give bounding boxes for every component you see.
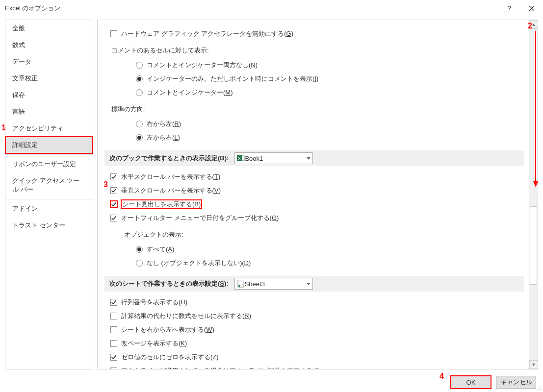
sheet-opt-1-row: 計算結果の代わりに数式をセルに表示する(R) [110,309,524,323]
sheet-opt-0-row: 行列番号を表示する(H) [110,295,524,309]
workbook-opt-0-row: 水平スクロール バーを表示する(T) [110,170,524,184]
sheet-opt-2-row: シートを右から左へ表示する(W) [110,323,524,337]
workbook-opt-0-checkbox[interactable] [110,173,117,180]
sheet-opt-2-label: シートを右から左へ表示する(W) [121,325,214,334]
direction-option-0-radio[interactable] [136,121,143,127]
ok-label: OK [466,379,476,386]
svg-rect-2 [242,156,244,161]
sheet-opt-2-checkbox[interactable] [110,326,117,333]
svg-point-7 [541,386,542,387]
sidebar-item-2[interactable]: データ [5,53,93,70]
options-panel: ハードウェア グラフィック アクセラレータを無効にする(G)コメントのあるセルに… [97,20,538,369]
objects-option-0-label: すべて(A) [147,245,174,254]
workbook-section-header: 次のブックで作業するときの表示設定(B):XBook1 [104,150,524,166]
workbook-opt-0-label: 水平スクロール バーを表示する(T) [121,172,220,181]
workbook-opt-3-label: オートフィルター メニューで日付をグループ化する(G) [121,214,279,222]
direction-group-label: 標準の方向: [111,105,145,114]
comment-option-0-radio[interactable] [136,62,143,69]
sidebar-item-1[interactable]: 数式 [5,37,93,53]
workbook-opt-1-label: 垂直スクロール バーを表示する(V) [121,186,221,195]
sheet-icon: x [237,280,245,288]
objects-option-1-row: なし (オブジェクトを表示しない)(D) [106,256,524,270]
chevron-down-icon [307,283,310,285]
sidebar-item-0[interactable]: 全般 [5,20,93,37]
workbook-opt-1-checkbox[interactable] [110,187,117,194]
sidebar-item-9[interactable]: クイック アクセス ツール バー [5,172,93,198]
sheet-dropdown-value: Sheet3 [245,280,265,288]
title-bar: Excel のオプション ? [0,0,543,17]
comment-option-1-radio[interactable] [136,75,143,82]
direction-option-0-label: 右から左(R) [147,120,181,128]
category-sidebar: 全般数式データ文章校正保存言語アクセシビリティ詳細設定リボンのユーザー設定クイッ… [5,20,93,369]
sheet-section-header: 次のシートで作業するときの表示設定(S):xSheet3 [104,276,524,292]
scrollbar-thumb[interactable] [530,206,537,285]
scroll-down-button[interactable]: ▼ [529,360,538,369]
sidebar-item-3[interactable]: 文章校正 [5,70,93,87]
excel-icon: X [237,154,245,162]
svg-point-9 [541,388,542,389]
sheet-opt-5-row: アウトラインが適用されている場合はアウトライン記号を表示する(O) [110,364,524,369]
hw-graphics-row: ハードウェア グラフィック アクセラレータを無効にする(G) [110,27,524,41]
direction-option-1-radio[interactable] [136,134,143,141]
svg-rect-4 [238,280,244,282]
window-title: Excel のオプション [5,4,60,13]
sheet-opt-4-row: ゼロ値のセルにゼロを表示する(Z) [110,350,524,364]
close-icon [529,5,535,11]
sheet-dropdown[interactable]: xSheet3 [234,278,313,290]
sidebar-item-6[interactable]: アクセシビリティ [5,120,93,137]
annotation-2: 2 [528,22,532,30]
sidebar-item-7[interactable]: 詳細設定 [5,137,93,153]
sidebar-item-5[interactable]: 言語 [5,103,93,120]
objects-group-label: オブジェクトの表示: [124,230,183,239]
sidebar-item-4[interactable]: 保存 [5,87,93,103]
sheet-opt-5-label: アウトラインが適用されている場合はアウトライン記号を表示する(O) [121,367,322,369]
annotation-1: 1 [1,123,6,132]
sheet-opt-1-label: 計算結果の代わりに数式をセルに表示する(R) [121,312,251,320]
vertical-scrollbar[interactable]: ▲ ▼ [529,20,538,369]
objects-option-1-label: なし (オブジェクトを表示しない)(D) [147,259,251,268]
workbook-opt-2-label: シート見出しを表示する(B) [121,200,202,209]
hw-graphics-checkbox[interactable] [110,30,117,37]
sheet-opt-0-checkbox[interactable] [110,299,117,306]
direction-option-0-row: 右から左(R) [106,117,524,131]
sheet-opt-4-label: ゼロ値のセルにゼロを表示する(Z) [121,353,219,362]
workbook-dropdown[interactable]: XBook1 [234,152,313,164]
svg-point-12 [541,390,542,391]
comment-option-0-row: コメントとインジケーター両方なし(N) [106,58,524,72]
workbook-opt-2-row: シート見出しを表示する(B) [110,197,524,211]
comment-option-2-label: コメントとインジケーター(M) [147,88,233,97]
ok-button[interactable]: OK [451,376,491,389]
sheet-section-label: 次のシートで作業するときの表示設定(S): [109,279,229,288]
sheet-opt-1-checkbox[interactable] [110,313,117,319]
annotation-4: 4 [440,372,444,381]
sidebar-item-11[interactable]: トラスト センター [5,217,93,234]
sidebar-item-10[interactable]: アドイン [5,200,93,217]
sheet-opt-5-checkbox[interactable] [110,368,117,369]
annotation-3: 3 [103,180,108,189]
comment-option-2-radio[interactable] [136,89,143,96]
cancel-button[interactable]: キャンセル [496,376,536,389]
workbook-opt-3-checkbox[interactable] [110,215,117,221]
resize-grip-icon[interactable] [536,385,542,391]
workbook-dropdown-value: Book1 [245,155,263,162]
objects-option-0-radio[interactable] [136,246,143,253]
dialog-footer: OK キャンセル [0,372,543,392]
sheet-opt-3-label: 改ページを表示する(K) [121,339,187,348]
help-button[interactable]: ? [498,0,520,17]
sheet-opt-3-checkbox[interactable] [110,340,117,347]
chevron-down-icon [307,157,310,160]
cancel-label: キャンセル [500,378,532,387]
comment-option-1-label: インジケーターのみ。ただしポイント時にコメントを表示(I) [147,74,318,83]
sheet-opt-3-row: 改ページを表示する(K) [110,337,524,350]
svg-text:X: X [238,156,241,161]
sidebar-item-8[interactable]: リボンのユーザー設定 [5,156,93,172]
comment-option-0-label: コメントとインジケーター両方なし(N) [147,61,258,70]
close-button[interactable] [520,0,543,17]
sheet-opt-4-checkbox[interactable] [110,354,117,361]
objects-option-1-radio[interactable] [136,260,143,267]
hw-graphics-label: ハードウェア グラフィック アクセラレータを無効にする(G) [121,29,293,38]
sheet-opt-0-label: 行列番号を表示する(H) [121,298,187,307]
svg-point-10 [537,390,538,391]
workbook-opt-2-checkbox[interactable] [110,201,117,208]
comments-group-label: コメントのあるセルに対して表示: [111,46,209,55]
